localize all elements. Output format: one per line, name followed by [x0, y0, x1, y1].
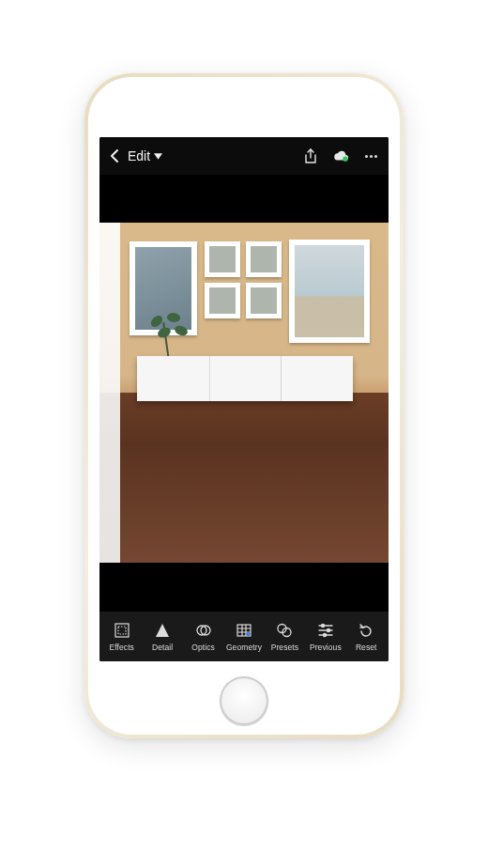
share-icon[interactable] [302, 147, 319, 164]
svg-point-13 [247, 632, 251, 636]
svg-marker-0 [154, 153, 162, 159]
tool-label: Reset [356, 643, 377, 652]
wall-frame [205, 241, 240, 277]
triangle-down-icon [154, 153, 162, 160]
svg-rect-4 [118, 627, 126, 634]
mode-title: Edit [128, 148, 150, 163]
optics-icon [194, 621, 213, 640]
bottom-toolbar: Effects Detail Optics [99, 611, 389, 661]
cloud-sync-icon[interactable] [332, 147, 349, 164]
svg-point-19 [327, 628, 329, 631]
wall-shelf [137, 356, 353, 401]
tool-label: Presets [271, 643, 299, 652]
tool-label: Optics [191, 643, 215, 652]
geometry-icon [235, 621, 253, 640]
tool-label: Previous [310, 643, 342, 652]
tool-label: Geometry [226, 643, 262, 652]
top-bar: Edit [99, 137, 389, 175]
tool-geometry[interactable]: Geometry [223, 612, 264, 661]
tool-label: Effects [109, 643, 134, 652]
effects-icon [113, 621, 131, 640]
wall-frame [289, 240, 370, 343]
tool-presets[interactable]: Presets [265, 612, 305, 661]
phone-device-frame: Edit [84, 73, 404, 738]
photo-preview [99, 223, 389, 563]
tool-reset[interactable]: Reset [346, 612, 387, 661]
wall-frame [205, 283, 240, 318]
photo-canvas[interactable] [99, 175, 389, 611]
tool-optics[interactable]: Optics [183, 612, 223, 661]
previous-icon [316, 621, 335, 640]
svg-rect-3 [115, 624, 129, 637]
svg-point-17 [321, 624, 324, 627]
back-icon[interactable] [109, 148, 120, 163]
phone-bezel: Edit [88, 77, 400, 735]
svg-point-21 [323, 633, 326, 636]
tool-detail[interactable]: Detail [142, 612, 182, 661]
more-icon[interactable] [362, 147, 379, 164]
tool-label: Detail [152, 643, 173, 652]
phone-home-button [220, 676, 268, 725]
tool-previous[interactable]: Previous [305, 612, 345, 661]
wall-frame [246, 241, 282, 277]
wall-frame [246, 283, 282, 318]
svg-point-2 [343, 156, 347, 161]
detail-icon [153, 621, 172, 640]
plant-decor [146, 313, 197, 360]
app-screen: Edit [99, 137, 389, 661]
svg-marker-5 [156, 624, 169, 637]
reset-icon [357, 621, 375, 640]
tool-effects[interactable]: Effects [101, 612, 142, 661]
presets-icon [275, 621, 294, 640]
mode-dropdown[interactable]: Edit [128, 148, 162, 163]
